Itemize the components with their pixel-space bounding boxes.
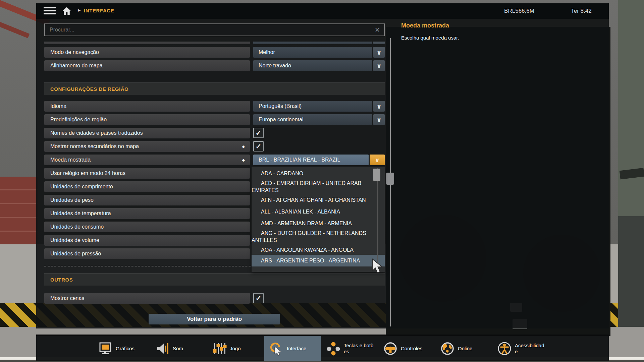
setting-label: Unidades de temperatura [50,210,111,217]
tab-game[interactable]: Jogo [207,336,264,361]
dropdown-value[interactable]: Europa continental [253,114,372,125]
setting-label: Idioma [50,103,66,109]
setting-label: Usar relógio em modo 24 horas [50,170,125,176]
clear-search-icon[interactable]: ✕ [371,26,384,34]
setting-row-secondary-names: Mostrar nomes secundários no mapa ◆ ✓ [44,141,385,152]
currency-option[interactable]: ALL - ALBANIAN LEK - ALBANIA [252,207,385,217]
garage-side-wall [618,0,644,216]
section-header-region: CONFIGURAÇÕES DE REGIÃO [44,82,385,95]
dropdown-scrollbar-thumb[interactable] [373,169,380,181]
currency-option[interactable]: AOA - ANGOLAN KWANZA - ANGOLA [252,245,385,255]
setting-row-navigation-mode: Modo de navegação Melhor ∨ [44,47,385,58]
setting-label: Unidades de volume [50,237,99,243]
setting-row-language: Idioma Português (Brasil) ∨ [44,101,385,112]
tab-controls[interactable]: Controles [378,336,435,361]
help-title: Moeda mostrada [401,22,449,29]
currency-option[interactable]: ADA - CARDANO [252,169,385,178]
search-input[interactable] [45,26,371,33]
garage-side-wall [618,216,644,327]
setting-row-region-preset: Predefinições de região Europa continent… [44,114,385,125]
dropdown-value[interactable]: Português (Brasil) [253,101,372,112]
checkbox-checked[interactable]: ✓ [253,141,264,152]
search-bar: ✕ [44,23,385,36]
tab-label: Controles [401,346,432,352]
home-icon[interactable] [62,6,72,16]
currency-dropdown-list: ADA - CARDANO AED - EMIRATI DIRHAM - UNI… [252,167,385,272]
dropdown-value[interactable]: Norte travado [253,60,372,71]
monitor-icon [98,341,113,356]
sliders-icon [212,341,227,356]
tab-label: Teclas e botões [344,343,375,355]
modified-diamond-icon: ◆ [242,158,245,162]
dropdown-value[interactable]: Melhor [253,47,372,58]
reset-to-default-button[interactable]: Voltar para o padrão [149,314,280,324]
tab-keys-buttons[interactable]: Teclas e botões [321,336,378,361]
tab-label: Acessibilidade [515,343,546,355]
tab-label: Som [173,346,204,352]
chevron-down-icon[interactable]: ∨ [373,47,385,58]
setting-label: Moeda mostrada [50,157,91,163]
dropdown-value-open[interactable]: BRL - BRAZILIAN REAL - BRAZIL [253,155,369,165]
money-balance: BRL566,6M [496,3,543,19]
clipped-row [44,42,385,44]
cursor-icon [269,341,284,356]
setting-label: Unidades de peso [50,197,94,203]
setting-label: Modo de navegação [50,49,99,55]
speaker-icon [155,341,170,356]
chevron-down-icon[interactable]: ∨ [370,155,385,165]
settings-screen: ▶ INTERFACE BRL566,6M Ter 8:42 ✕ Modo de… [0,0,644,362]
chevron-down-icon[interactable]: ∨ [373,60,385,71]
tab-online[interactable]: Online [435,336,492,361]
tab-label: Online [458,346,489,352]
setting-label: Unidades de consumo [50,224,104,230]
breadcrumb: INTERFACE [84,8,114,13]
top-bar: ▶ INTERFACE BRL566,6M Ter 8:42 [36,3,609,19]
setting-label: Alinhamento do mapa [50,63,103,69]
breadcrumb-arrow-icon: ▶ [78,8,80,12]
dropdown-scrollbar-track[interactable] [377,168,378,270]
tab-sound[interactable]: Som [150,336,207,361]
setting-label: Predefinições de região [50,117,107,123]
chevron-down-icon[interactable]: ∨ [373,101,385,112]
tab-label: Gráficos [116,346,147,352]
setting-row-displayed-currency: Moeda mostrada ◆ BRL - BRAZILIAN REAL - … [44,155,385,165]
setting-label: Unidades de pressão [50,251,101,257]
buttons-icon [326,341,341,356]
tab-graphics[interactable]: Gráficos [93,336,150,361]
settings-panel: ▶ INTERFACE BRL566,6M Ter 8:42 ✕ Modo de… [36,3,609,328]
checkbox-checked[interactable]: ✓ [253,293,264,303]
setting-label: Unidades de comprimento [50,184,113,190]
tab-label: Jogo [230,346,261,352]
checkbox-checked[interactable]: ✓ [253,128,264,138]
tab-accessibility[interactable]: Acessibilidade [492,336,549,361]
currency-option[interactable]: AED - EMIRATI DIRHAM - UNITED ARAB EMIRA… [252,178,385,195]
setting-label: Nomes de cidades e países traduzidos [50,130,143,136]
section-header-other: OUTROS [44,273,385,286]
currency-option[interactable]: AMD - ARMENIAN DRAM - ARMENIA [252,219,385,228]
setting-row-map-alignment: Alinhamento do mapa Norte travado ∨ [44,60,385,71]
currency-option[interactable]: AFN - AFGHAN AFGHANI - AFGHANISTAN [252,195,385,205]
currency-option-hovered[interactable]: ARS - ARGENTINE PESO - ARGENTINA [252,255,385,266]
setting-label: Mostrar cenas [50,295,84,301]
tab-label: Interface [287,346,318,352]
menu-icon[interactable] [44,7,56,15]
steering-wheel-icon [383,341,398,356]
mouse-cursor [368,257,384,274]
modified-diamond-icon: ◆ [242,144,245,149]
chevron-down-icon[interactable]: ∨ [373,114,385,125]
currency-option[interactable]: ANG - DUTCH GUILDER - NETHERLANDS ANTILL… [252,228,385,245]
globe-icon [440,341,455,356]
tab-interface-active[interactable]: Interface [264,336,321,361]
settings-tab-bar: Gráficos Som [36,335,609,361]
setting-label: Mostrar nomes secundários no mapa [50,143,139,149]
page-scrollbar-thumb[interactable] [386,173,394,185]
setting-row-translated-names: Nomes de cidades e países traduzidos ✓ [44,128,385,138]
accessibility-icon [497,341,512,356]
game-time: Ter 8:42 [563,3,600,19]
red-wall-panel [0,177,38,244]
setting-row-show-scenes: Mostrar cenas ✓ [44,293,385,304]
help-description: Escolha qual moeda usar. [401,35,459,41]
